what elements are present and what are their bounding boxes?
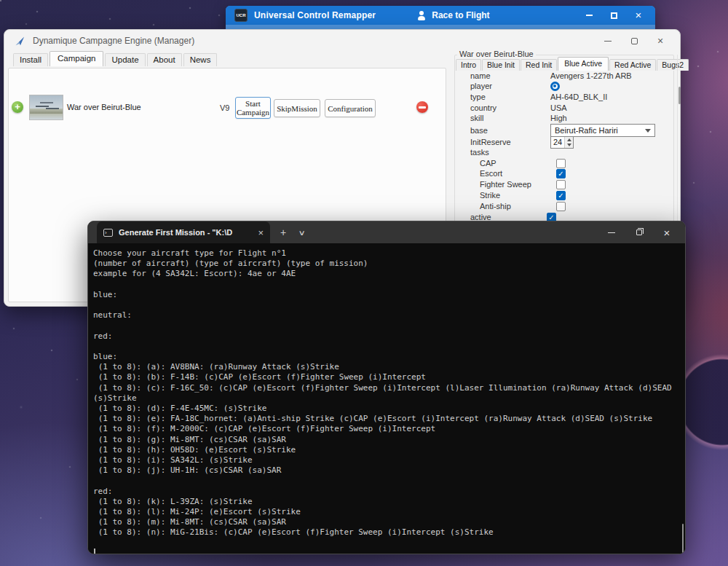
detail-group-title: War over Beirut-Blue [457, 50, 536, 58]
task-checkbox-strike[interactable]: ✓ [556, 191, 566, 200]
tab-news[interactable]: News [183, 53, 218, 66]
tab-red-init[interactable]: Red Init [521, 59, 557, 71]
terminal-tab[interactable]: › Generate First Mission - "K:\D × [97, 221, 270, 243]
terminal-output-text: Choose your aircraft type for Flight n°1… [88, 243, 685, 538]
desktop: UCR Universal Control Remapper Race to F… [0, 0, 728, 566]
type-label: type [470, 93, 486, 101]
tab-bugs2[interactable]: Bugs2 [657, 59, 689, 71]
tab-dropdown-button[interactable]: ∨ [298, 229, 306, 237]
start-campaign-button[interactable]: Start Campaign [235, 97, 271, 119]
skill-label: skill [470, 114, 483, 122]
campaign-name: War over Beirut-Blue [67, 103, 141, 111]
task-checkbox-cap[interactable]: ✓ [556, 159, 566, 168]
ucr-minimize-button[interactable] [584, 10, 594, 20]
minimize-icon [608, 232, 615, 233]
ucr-window-title: Universal Control Remapper [254, 10, 376, 20]
terminal-cursor [94, 549, 95, 554]
campaign-version: V9 [220, 103, 229, 112]
terminal-output-area[interactable]: Choose your aircraft type for Flight n°1… [88, 243, 685, 554]
stars-decoration [0, 0, 1, 1]
up-arrow-icon [567, 138, 571, 141]
type-value: AH-64D_BLK_II [550, 93, 607, 101]
tab-blue-init[interactable]: Blue Init [482, 59, 520, 71]
check-icon: ✓ [557, 170, 565, 178]
minimize-icon [604, 41, 612, 42]
new-tab-button[interactable]: + [280, 227, 286, 238]
tab-campaign[interactable]: Campaign [50, 51, 103, 66]
detail-tab-strip: Intro Blue Init Red Init Blue Active Red… [456, 59, 689, 71]
name-value: Avengers 1-227th ARB [550, 71, 632, 80]
task-checkbox-anti-ship[interactable]: ✓ [556, 202, 566, 211]
down-arrow-icon [567, 144, 571, 146]
remove-campaign-icon[interactable] [416, 101, 428, 113]
task-checkbox-escort[interactable]: ✓ [556, 169, 566, 178]
country-label: country [470, 103, 496, 112]
tasks-label: tasks [470, 148, 489, 157]
terminal-titlebar[interactable]: › Generate First Mission - "K:\D × + ∨ × [88, 221, 685, 243]
chevron-down-icon [645, 129, 651, 133]
manager-window-title: Dynamique Campagne Engine (Manager) [33, 36, 194, 46]
configuration-button[interactable]: Configuration [325, 99, 376, 117]
tab-red-active[interactable]: Red Active [609, 59, 656, 71]
manager-scrollbar-thumb[interactable] [678, 87, 681, 104]
ucr-maximize-button[interactable] [609, 10, 619, 20]
manager-maximize-button[interactable] [629, 36, 639, 46]
ucr-close-button[interactable]: × [633, 10, 644, 20]
manager-app-icon [15, 36, 25, 47]
task-label-escort: Escort [480, 169, 502, 178]
task-label-anti-ship: Anti-ship [480, 202, 511, 211]
stepper-arrows[interactable] [564, 137, 573, 148]
restore-icon [636, 229, 642, 235]
base-dropdown-value: Beirut-Rafic Hariri [555, 126, 618, 135]
tab-about[interactable]: About [147, 53, 182, 66]
base-label: base [470, 126, 488, 135]
check-icon: ✓ [557, 192, 565, 200]
add-campaign-icon[interactable]: + [12, 101, 23, 113]
terminal-tab-title: Generate First Mission - "K:\D [119, 228, 253, 237]
task-label-cap: CAP [480, 159, 496, 168]
manager-minimize-button[interactable] [603, 36, 613, 46]
maximize-icon [631, 38, 638, 44]
manager-titlebar[interactable]: Dynamique Campagne Engine (Manager) × [4, 30, 680, 52]
person-icon [416, 10, 427, 20]
init-reserve-value: 24 [551, 137, 564, 148]
aircraft-silhouette [36, 106, 49, 107]
name-label: name [470, 71, 491, 80]
skip-mission-button[interactable]: SkipMission [274, 99, 320, 117]
terminal-close-button[interactable]: × [662, 227, 672, 237]
tab-install[interactable]: Install [13, 53, 48, 66]
task-checkbox-fighter-sweep[interactable]: ✓ [556, 180, 566, 189]
ucr-app-icon: UCR [234, 9, 248, 22]
base-dropdown[interactable]: Beirut-Rafic Hariri [550, 124, 655, 137]
terminal-scrollbar-thumb[interactable] [682, 524, 684, 554]
tab-blue-active[interactable]: Blue Active [558, 57, 609, 71]
campaign-thumbnail [29, 95, 63, 120]
ucr-window: UCR Universal Control Remapper Race to F… [226, 6, 655, 32]
terminal-minimize-button[interactable] [606, 227, 617, 237]
ucr-session-label: Race to Flight [432, 10, 489, 20]
init-reserve-stepper[interactable]: 24 [550, 136, 574, 149]
terminal-tab-close-button[interactable]: × [258, 227, 264, 238]
ucr-titlebar[interactable]: UCR Universal Control Remapper Race to F… [226, 6, 655, 25]
maximize-icon [611, 12, 617, 19]
task-label-strike: Strike [480, 191, 500, 200]
manager-tab-strip: Install Campaign Update About News [13, 53, 218, 66]
command-prompt-icon: › [103, 229, 113, 237]
player-radio[interactable] [550, 82, 560, 91]
tab-intro[interactable]: Intro [456, 59, 481, 71]
player-label: player [470, 82, 492, 90]
skill-value: High [550, 114, 567, 122]
tab-update[interactable]: Update [105, 53, 145, 66]
minimize-icon [586, 15, 593, 16]
country-value: USA [550, 103, 567, 112]
terminal-restore-button[interactable] [634, 227, 644, 237]
task-label-fighter-sweep: Fighter Sweep [480, 180, 531, 189]
terminal-window: › Generate First Mission - "K:\D × + ∨ ×… [87, 221, 686, 554]
init-reserve-label: InitReserve [470, 138, 511, 146]
manager-close-button[interactable]: × [655, 36, 665, 46]
